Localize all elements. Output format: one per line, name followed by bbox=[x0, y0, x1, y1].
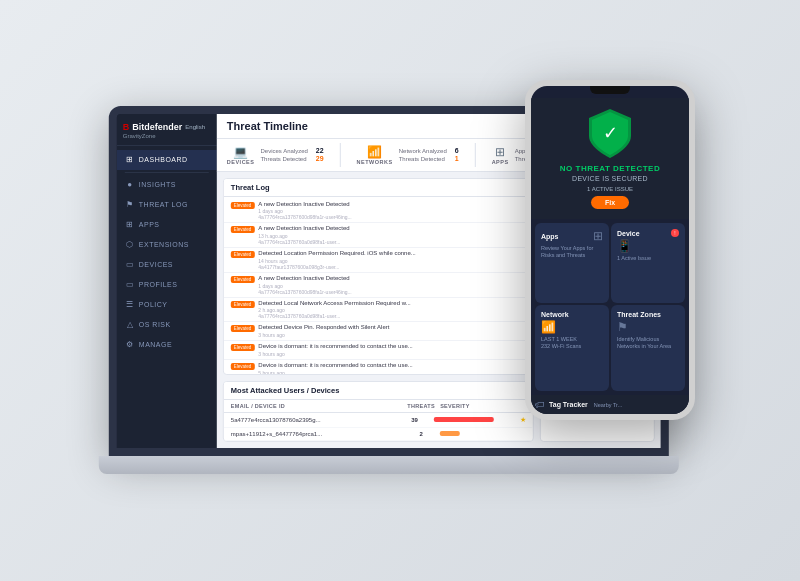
language-badge: English bbox=[185, 124, 205, 130]
laptop-base bbox=[99, 456, 679, 474]
threat-log-header: Threat Log bbox=[224, 179, 533, 197]
logo-area: B Bitdefender English GravityZone bbox=[117, 114, 217, 146]
stat-apps-icon-wrap: ⊞ APPS bbox=[492, 145, 509, 165]
network-tile-icon: 📶 bbox=[541, 320, 603, 334]
sidebar-item-os-risk[interactable]: △ OS RISK bbox=[117, 315, 217, 335]
devices-analyzed-row: Devices Analyzed 22 bbox=[260, 147, 323, 154]
phone-notch bbox=[590, 86, 630, 94]
sidebar-item-manage[interactable]: ⚙ MANAGE bbox=[117, 335, 217, 355]
threat-log-card: Threat Log Elevated A new Detection Inac… bbox=[223, 178, 534, 375]
threat-item-8-content: Device is dormant: it is recommended to … bbox=[258, 362, 412, 374]
app-tile-apps-header: Apps ⊞ bbox=[541, 229, 603, 243]
dashboard-icon: ⊞ bbox=[125, 155, 135, 165]
sidebar-item-extensions[interactable]: ⬡ EXTENSIONS bbox=[117, 235, 217, 255]
threat-item-7-text: Device is dormant: it is recommended to … bbox=[258, 343, 412, 351]
app-tile-apps[interactable]: Apps ⊞ Review Your Apps for Risks and Th… bbox=[535, 223, 609, 303]
devices-detected-row: Threats Detected 29 bbox=[260, 155, 323, 162]
badge-4: Elevated bbox=[231, 276, 255, 283]
nav-threat-log-label: THREAT LOG bbox=[139, 201, 188, 208]
devices-detected-label: Threats Detected bbox=[260, 156, 306, 162]
threat-item-8-text: Device is dormant: it is recommended to … bbox=[258, 362, 412, 370]
nav-devices-label: DEVICES bbox=[139, 261, 173, 268]
shield-section: ✓ NO THREAT DETECTED DEVICE IS SECURED 1… bbox=[531, 98, 689, 219]
threat-log-icon: ⚑ bbox=[125, 200, 135, 210]
devices-analyzed-value: 22 bbox=[316, 147, 324, 154]
app-tile-threat-zones[interactable]: Threat Zones ⚑ Identify Malicious Networ… bbox=[611, 305, 685, 391]
networks-detected-label: Threats Detected bbox=[399, 156, 445, 162]
secured-text: DEVICE IS SECURED bbox=[572, 175, 648, 182]
nav-section: ⊞ DASHBOARD ● INSIGHTS ⚑ THREAT LOG ⊞ A bbox=[117, 146, 217, 359]
fix-button[interactable]: Fix bbox=[591, 196, 629, 209]
sidebar-item-policy[interactable]: ☰ POLICY bbox=[117, 295, 217, 315]
devices-type-label: DEVICES bbox=[227, 159, 255, 165]
devices-icon: ▭ bbox=[125, 260, 135, 270]
severity-bar-low bbox=[440, 431, 460, 436]
threat-item-5: Elevated Detected Local Network Access P… bbox=[224, 298, 533, 323]
os-risk-icon: △ bbox=[125, 320, 135, 330]
page-title: Threat Timeline bbox=[227, 120, 308, 132]
col-email-header: EMAIL / DEVICE ID bbox=[231, 403, 402, 409]
threat-item-2-text: A new Detection Inactive Detected bbox=[258, 225, 349, 233]
sidebar-item-devices[interactable]: ▭ DEVICES bbox=[117, 255, 217, 275]
row2-email: mpas+11912+s_64477764prca1... bbox=[231, 431, 402, 437]
policy-icon: ☰ bbox=[125, 300, 135, 310]
nav-dashboard-label: DASHBOARD bbox=[139, 156, 188, 163]
sidebar-item-apps[interactable]: ⊞ APPS bbox=[117, 215, 217, 235]
nav-os-risk-label: OS RISK bbox=[139, 321, 171, 328]
threat-item-4-id: 4a77764rca13787600d98fa1r-user46ing... bbox=[258, 289, 351, 295]
apps-type-label: APPS bbox=[492, 159, 509, 165]
row2-threats: 2 bbox=[406, 431, 436, 437]
threat-item-1-text: A new Detection Inactive Detected bbox=[258, 201, 351, 209]
threat-item-3-id: 4a4177faur13787600a098g3r-user... bbox=[258, 264, 415, 270]
threat-item-4: Elevated A new Detection Inactive Detect… bbox=[224, 273, 533, 298]
insights-icon: ● bbox=[125, 180, 135, 190]
badge-6: Elevated bbox=[231, 325, 255, 332]
device-tile-desc: 1 Active Issue bbox=[617, 255, 679, 262]
stat-devices: 💻 DEVICES Devices Analyzed 22 Threats De… bbox=[227, 143, 324, 167]
phone-frame: ✓ NO THREAT DETECTED DEVICE IS SECURED 1… bbox=[525, 80, 695, 420]
tag-tracker-title: Tag Tracker bbox=[549, 401, 588, 408]
devices-analyzed-label: Devices Analyzed bbox=[260, 148, 307, 154]
nav-dashboard[interactable]: ⊞ DASHBOARD bbox=[117, 150, 217, 170]
threat-item-6-time: 3 hours ago bbox=[258, 332, 389, 338]
stat-divider-2 bbox=[475, 143, 476, 167]
tag-tracker[interactable]: 🏷 Tag Tracker Nearby Tr... bbox=[531, 395, 689, 414]
threat-item-6-text: Detected Device Pin. Responded with Sile… bbox=[258, 324, 389, 332]
col-severity-header: SEVERITY bbox=[440, 403, 526, 409]
devices-stat-icon: 💻 bbox=[233, 145, 248, 159]
left-panel: Threat Log Elevated A new Detection Inac… bbox=[223, 178, 534, 375]
sidebar-item-insights[interactable]: ● INSIGHTS bbox=[117, 175, 217, 195]
networks-analyzed-row: Network Analyzed 6 bbox=[399, 147, 459, 154]
apps-tile-desc: Review Your Apps for Risks and Threats bbox=[541, 245, 603, 259]
nav-manage-label: MANAGE bbox=[139, 341, 172, 348]
networks-analyzed-label: Network Analyzed bbox=[399, 148, 447, 154]
sidebar: B Bitdefender English GravityZone ⊞ DASH… bbox=[117, 114, 217, 448]
apps-tile-icon: ⊞ bbox=[593, 229, 603, 243]
stat-networks-icon-wrap: 📶 NETWORKS bbox=[357, 145, 393, 165]
network-tile-title: Network bbox=[541, 311, 569, 318]
nav-divider-1 bbox=[125, 172, 209, 173]
shield-icon-wrap: ✓ bbox=[583, 106, 637, 160]
networks-type-label: NETWORKS bbox=[357, 159, 393, 165]
row1-threats: 39 bbox=[399, 417, 429, 423]
col-threats-header: THREATS bbox=[406, 403, 436, 409]
sidebar-item-profiles[interactable]: ▭ PROFILES bbox=[117, 275, 217, 295]
nav-insights-label: INSIGHTS bbox=[139, 181, 176, 188]
profiles-icon: ▭ bbox=[125, 280, 135, 290]
threat-item-8: Elevated Device is dormant: it is recomm… bbox=[224, 360, 533, 374]
sidebar-item-threat-log[interactable]: ⚑ THREAT LOG bbox=[117, 195, 217, 215]
badge-8: Elevated bbox=[231, 363, 255, 370]
threat-item-5-text: Detected Local Network Access Permission… bbox=[258, 300, 410, 308]
alert-dot: ! bbox=[671, 229, 679, 237]
phone-overlay: ✓ NO THREAT DETECTED DEVICE IS SECURED 1… bbox=[525, 80, 695, 420]
threat-item-1: Elevated A new Detection Inactive Detect… bbox=[224, 199, 533, 224]
app-tile-network-header: Network bbox=[541, 311, 603, 318]
app-tile-device[interactable]: Device ! 📱 1 Active Issue bbox=[611, 223, 685, 303]
badge-1: Elevated bbox=[231, 202, 255, 209]
threat-item-4-text: A new Detection Inactive Detected bbox=[258, 275, 351, 283]
app-tile-threat-zones-header: Threat Zones bbox=[617, 311, 679, 318]
network-tile-desc-text: LAST 1 WEEK232 Wi-Fi Scans bbox=[541, 336, 581, 349]
app-tile-network[interactable]: Network 📶 LAST 1 WEEK232 Wi-Fi Scans bbox=[535, 305, 609, 391]
networks-detected-value: 1 bbox=[455, 155, 459, 162]
threat-item-8-time: 5 hours ago bbox=[258, 370, 412, 375]
